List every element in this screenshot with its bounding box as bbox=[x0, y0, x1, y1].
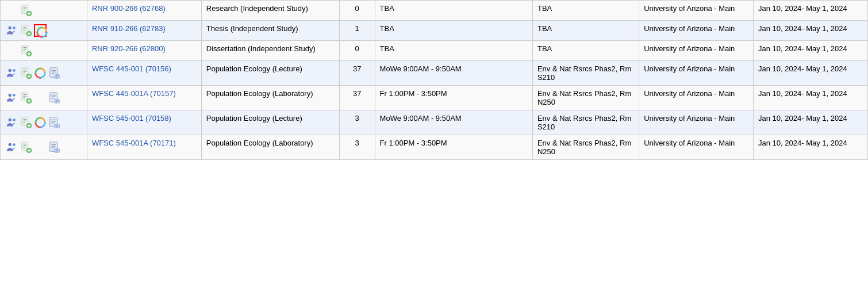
title-cell: Thesis (Independent Study) bbox=[201, 21, 339, 41]
svg-rect-87 bbox=[55, 149, 59, 152]
table-row: WFSC 445-001 (70156)Population Ecology (… bbox=[1, 61, 868, 86]
table-row: RNR 910-266 (62783)Thesis (Independent S… bbox=[1, 21, 868, 41]
course-cell: WFSC 445-001 (70156) bbox=[87, 61, 201, 86]
svg-point-7 bbox=[9, 26, 12, 30]
add-icon[interactable] bbox=[20, 44, 32, 57]
dates-cell: Jan 10, 2024- May 1, 2024 bbox=[754, 41, 868, 61]
title-cell: Population Ecology (Laboratory) bbox=[201, 135, 339, 160]
course-cell: WFSC 545-001 (70158) bbox=[87, 110, 201, 135]
doc-icon[interactable] bbox=[48, 141, 61, 154]
doc-icon-placeholder bbox=[48, 44, 61, 57]
spinner-icon-placeholder bbox=[34, 44, 47, 57]
location-cell: Env & Nat Rsrcs Phas2, Rm N250 bbox=[532, 86, 639, 110]
add-icon[interactable] bbox=[20, 24, 32, 37]
course-cell: WFSC 445-001A (70157) bbox=[87, 86, 201, 110]
dates-cell: Jan 10, 2024- May 1, 2024 bbox=[754, 110, 868, 135]
days-cell: TBA bbox=[375, 1, 532, 21]
campus-cell: University of Arizona - Main bbox=[639, 41, 754, 61]
doc-icon[interactable] bbox=[48, 67, 61, 79]
enrollment-cell: 3 bbox=[339, 110, 375, 135]
people-icon[interactable] bbox=[5, 91, 18, 104]
people-icon[interactable] bbox=[5, 141, 18, 154]
table-row: WFSC 545-001 (70158)Population Ecology (… bbox=[1, 110, 868, 135]
icons-cell bbox=[1, 110, 87, 135]
title-cell: Research (Independent Study) bbox=[201, 1, 339, 21]
svg-point-25 bbox=[13, 69, 16, 72]
campus-cell: University of Arizona - Main bbox=[639, 61, 754, 86]
days-cell: TBA bbox=[375, 21, 532, 41]
spinner-icon-placeholder bbox=[34, 91, 47, 104]
table-row: RNR 920-266 (62800)Dissertation (Indepen… bbox=[1, 41, 868, 61]
course-link[interactable]: WFSC 545-001 (70158) bbox=[92, 114, 171, 123]
location-cell: TBA bbox=[532, 21, 639, 41]
svg-point-58 bbox=[13, 118, 16, 121]
svg-rect-71 bbox=[55, 124, 59, 128]
people-icon[interactable] bbox=[5, 24, 18, 37]
spinner-icon-placeholder bbox=[34, 4, 47, 17]
svg-point-57 bbox=[9, 118, 12, 122]
svg-point-74 bbox=[9, 143, 12, 147]
title-cell: Population Ecology (Lecture) bbox=[201, 61, 339, 86]
spinner-icon-placeholder bbox=[34, 141, 47, 154]
course-link[interactable]: RNR 900-266 (62768) bbox=[92, 4, 166, 13]
enrollment-cell: 3 bbox=[339, 135, 375, 160]
course-link[interactable]: RNR 910-266 (62783) bbox=[92, 24, 166, 33]
svg-rect-54 bbox=[55, 100, 59, 103]
doc-icon-placeholder bbox=[48, 24, 61, 37]
doc-icon[interactable] bbox=[48, 116, 61, 129]
icons-cell bbox=[1, 61, 87, 86]
table-row: WFSC 545-001A (70171)Population Ecology … bbox=[1, 135, 868, 160]
dates-cell: Jan 10, 2024- May 1, 2024 bbox=[754, 135, 868, 160]
course-cell: RNR 900-266 (62768) bbox=[87, 1, 201, 21]
days-cell: MoWe 9:00AM - 9:50AM bbox=[375, 110, 532, 135]
doc-icon-placeholder bbox=[48, 4, 61, 17]
title-cell: Population Ecology (Lecture) bbox=[201, 110, 339, 135]
course-link[interactable]: WFSC 545-001A (70171) bbox=[92, 139, 176, 147]
doc-icon[interactable] bbox=[48, 91, 61, 104]
dates-cell: Jan 10, 2024- May 1, 2024 bbox=[754, 21, 868, 41]
enrollment-cell: 0 bbox=[339, 1, 375, 21]
add-icon[interactable] bbox=[20, 67, 32, 79]
icons-cell bbox=[1, 135, 87, 160]
course-cell: RNR 920-266 (62800) bbox=[87, 41, 201, 61]
dates-cell: Jan 10, 2024- May 1, 2024 bbox=[754, 86, 868, 110]
dates-cell: Jan 10, 2024- May 1, 2024 bbox=[754, 61, 868, 86]
course-link[interactable]: WFSC 445-001 (70156) bbox=[92, 64, 171, 73]
campus-cell: University of Arizona - Main bbox=[639, 110, 754, 135]
days-cell: TBA bbox=[375, 41, 532, 61]
svg-point-75 bbox=[13, 143, 16, 146]
enrollment-cell: 37 bbox=[339, 61, 375, 86]
svg-point-24 bbox=[9, 69, 12, 72]
campus-cell: University of Arizona - Main bbox=[639, 21, 754, 41]
svg-rect-38 bbox=[55, 75, 59, 78]
spinner-icon[interactable] bbox=[34, 67, 47, 79]
location-cell: Env & Nat Rsrcs Phas2, Rm S210 bbox=[532, 110, 639, 135]
days-cell: MoWe 9:00AM - 9:50AM bbox=[375, 61, 532, 86]
icons-cell bbox=[1, 86, 87, 110]
location-cell: Env & Nat Rsrcs Phas2, Rm S210 bbox=[532, 61, 639, 86]
spinner-icon[interactable] bbox=[34, 116, 47, 129]
icons-cell bbox=[1, 21, 87, 41]
table-row: WFSC 445-001A (70157)Population Ecology … bbox=[1, 86, 868, 110]
title-cell: Dissertation (Independent Study) bbox=[201, 41, 339, 61]
enrollment-cell: 0 bbox=[339, 41, 375, 61]
svg-point-8 bbox=[13, 26, 16, 29]
enrollment-cell: 1 bbox=[339, 21, 375, 41]
campus-cell: University of Arizona - Main bbox=[639, 135, 754, 160]
people-icon[interactable] bbox=[5, 67, 18, 79]
course-link[interactable]: WFSC 445-001A (70157) bbox=[92, 89, 176, 98]
add-icon[interactable] bbox=[20, 116, 32, 129]
days-cell: Fr 1:00PM - 3:50PM bbox=[375, 135, 532, 160]
people-icon[interactable] bbox=[5, 116, 18, 129]
svg-point-42 bbox=[13, 94, 16, 97]
people-icon-placeholder bbox=[5, 4, 18, 17]
campus-cell: University of Arizona - Main bbox=[639, 86, 754, 110]
spinner-icon[interactable] bbox=[34, 24, 47, 37]
add-icon[interactable] bbox=[20, 141, 32, 154]
days-cell: Fr 1:00PM - 3:50PM bbox=[375, 86, 532, 110]
add-icon[interactable] bbox=[20, 4, 32, 17]
course-link[interactable]: RNR 920-266 (62800) bbox=[92, 44, 166, 53]
dates-cell: Jan 10, 2024- May 1, 2024 bbox=[754, 1, 868, 21]
title-cell: Population Ecology (Laboratory) bbox=[201, 86, 339, 110]
add-icon[interactable] bbox=[20, 91, 32, 104]
